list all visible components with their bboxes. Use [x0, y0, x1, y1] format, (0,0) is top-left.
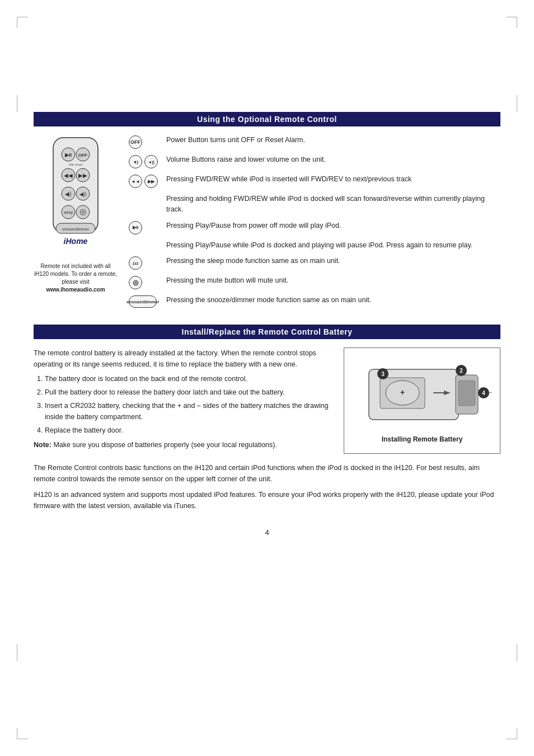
corner-mark-br — [506, 728, 517, 739]
svg-text:4: 4 — [482, 390, 485, 396]
remote-icon-fwdrew: ◄◄ ▶▶ — [129, 174, 160, 188]
remote-item-sleep: zzz Pressing the sleep mode function sam… — [129, 256, 500, 270]
svg-text:snooze/dimmer: snooze/dimmer — [62, 227, 90, 231]
svg-text:+: + — [400, 388, 405, 397]
remote-desc-mute: Pressing the mute button will mute unit. — [166, 275, 500, 286]
remote-item-playpause: ▶II Pressing Play/Pause from power off m… — [129, 220, 500, 234]
vol-up-icon: ◄)) — [144, 155, 158, 168]
side-line-left-b — [17, 644, 17, 661]
remote-icon-playpause-docked-empty — [129, 240, 160, 241]
rew-icon: ◄◄ — [129, 175, 142, 188]
off-button-icon: OFF — [129, 135, 142, 149]
remote-icon-snooze: snooze/dimmer — [129, 295, 160, 308]
remote-image-area: ▶II OFF idle reset ◀◀ ▶▶ ◀) ◀)) — [34, 135, 118, 313]
remote-desc-playpause: Pressing Play/Pause from power off mode … — [166, 220, 500, 231]
svg-text:◎: ◎ — [79, 207, 86, 216]
section2-header: Install/Replace the Remote Control Batte… — [34, 325, 500, 339]
note-label: Note: — [34, 441, 51, 449]
main-content: Using the Optional Remote Control ▶II OF… — [0, 0, 534, 581]
battery-step-1: The battery door is located on the back … — [45, 373, 332, 384]
vol-down-icon: ◄) — [129, 155, 142, 168]
note-text: Make sure you dispose of batteries prope… — [53, 441, 277, 449]
battery-content: The remote control battery is already in… — [34, 348, 500, 454]
corner-mark-tr — [506, 17, 517, 28]
remote-icon-playpause: ▶II — [129, 220, 160, 234]
remote-item-scan: Pressing and holding FWD/REW while iPod … — [129, 194, 500, 215]
svg-rect-0 — [53, 138, 98, 233]
svg-text:◀): ◀) — [65, 191, 71, 197]
remote-icon-volume: ◄) ◄)) — [129, 154, 160, 168]
mute-icon: ◎ — [129, 276, 142, 289]
footer-line2: iH120 is an advanced system and supports… — [34, 489, 500, 511]
remote-section: ▶II OFF idle reset ◀◀ ▶▶ ◀) ◀)) — [34, 135, 500, 313]
svg-text:OFF: OFF — [78, 153, 87, 158]
fwd-icon: ▶▶ — [144, 175, 158, 188]
svg-text:◀)): ◀)) — [79, 191, 87, 197]
battery-section: Install/Replace the Remote Control Batte… — [34, 325, 500, 454]
svg-rect-28 — [458, 381, 475, 406]
remote-website: www.ihomeaudio.com — [46, 287, 105, 293]
remote-item-off: OFF Power Button turns unit OFF or Reset… — [129, 135, 500, 149]
sleep-icon: zzz — [129, 256, 142, 270]
svg-text:◀◀: ◀◀ — [64, 172, 73, 179]
side-line-right — [517, 95, 517, 112]
footer-text: The Remote Control controls basic functi… — [34, 462, 500, 511]
battery-diagram-caption: Installing Remote Battery — [382, 435, 463, 443]
remote-item-mute: ◎ Pressing the mute button will mute uni… — [129, 275, 500, 289]
battery-step-3: Insert a CR2032 battery, checking that t… — [45, 400, 332, 422]
remote-icon-scan-empty — [129, 194, 160, 194]
snooze-dimmer-icon: snooze/dimmer — [129, 295, 157, 308]
remote-icon-off: OFF — [129, 135, 160, 149]
remote-note-text: Remote not included with all iH120 model… — [34, 263, 117, 285]
side-line-right-b — [517, 644, 517, 661]
battery-image-area: + 3 — [344, 348, 500, 454]
section1-header: Using the Optional Remote Control — [34, 112, 500, 126]
remote-note: Remote not included with all iH120 model… — [34, 262, 118, 294]
remote-item-snooze: snooze/dimmer Pressing the snooze/dimmer… — [129, 295, 500, 308]
corner-mark-bl — [17, 728, 28, 739]
battery-note: Note: Make sure you dispose of batteries… — [34, 439, 332, 450]
remote-desc-volume: Volume Buttons raise and lower volume on… — [166, 154, 500, 165]
section1-header-text: Using the Optional Remote Control — [197, 115, 337, 124]
remote-desc-fwdrew: Pressing FWD/REW while iPod is inserted … — [166, 174, 500, 185]
svg-text:sleep: sleep — [64, 210, 73, 215]
battery-diagram-svg: + 3 — [352, 358, 492, 431]
battery-intro: The remote control battery is already in… — [34, 348, 332, 370]
remote-desc-snooze: Pressing the snooze/dimmer mode function… — [166, 295, 500, 306]
remote-icon-sleep: zzz — [129, 256, 160, 270]
remote-desc-scan: Pressing and holding FWD/REW while iPod … — [166, 194, 500, 215]
page-container: Using the Optional Remote Control ▶II OF… — [0, 0, 534, 756]
svg-text:▶II: ▶II — [65, 152, 72, 158]
svg-text:idle reset: idle reset — [69, 163, 83, 166]
corner-mark-tl — [17, 17, 28, 28]
remote-icon-mute: ◎ — [129, 275, 160, 289]
svg-text:2: 2 — [460, 368, 463, 374]
remote-desc-playpause-docked: Pressing Play/Pause while iPod is docked… — [166, 240, 500, 251]
remote-desc-off: Power Button turns unit OFF or Reset Ala… — [166, 135, 500, 145]
remote-descriptions: OFF Power Button turns unit OFF or Reset… — [129, 135, 500, 313]
remote-control-diagram: ▶II OFF idle reset ◀◀ ▶▶ ◀) ◀)) — [39, 135, 112, 258]
footer-line1: The Remote Control controls basic functi… — [34, 462, 500, 485]
section2-header-text: Install/Replace the Remote Control Batte… — [182, 327, 353, 336]
page-number: 4 — [34, 528, 500, 537]
battery-step-4: Replace the battery door. — [45, 425, 332, 436]
battery-steps: The battery door is located on the back … — [45, 373, 332, 436]
remote-item-playpause-docked: Pressing Play/Pause while iPod is docked… — [129, 240, 500, 251]
svg-text:3: 3 — [381, 371, 385, 377]
battery-text: The remote control battery is already in… — [34, 348, 332, 454]
battery-step-2: Pull the battery door to release the bat… — [45, 387, 332, 398]
side-line-left — [17, 95, 17, 112]
svg-text:→: → — [486, 387, 492, 397]
remote-item-volume: ◄) ◄)) Volume Buttons raise and lower vo… — [129, 154, 500, 168]
remote-item-fwdrew: ◄◄ ▶▶ Pressing FWD/REW while iPod is ins… — [129, 174, 500, 188]
svg-text:▶▶: ▶▶ — [78, 172, 87, 179]
svg-text:iHome: iHome — [64, 237, 88, 246]
playpause-icon: ▶II — [129, 221, 142, 234]
remote-desc-sleep: Pressing the sleep mode function same as… — [166, 256, 500, 266]
